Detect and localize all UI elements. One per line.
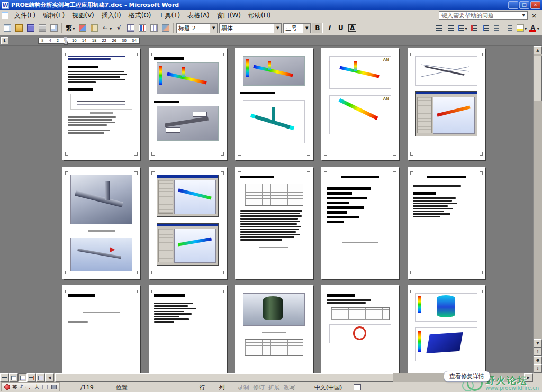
print-icon[interactable] — [37, 23, 48, 34]
page-thumbnail[interactable] — [235, 167, 313, 279]
font-combo[interactable]: 黑体 ▼ — [219, 23, 282, 33]
repair-details-tooltip[interactable]: 查看修复详情 — [444, 371, 490, 382]
scroll-right-button[interactable]: ▶ — [524, 373, 533, 382]
underline-button[interactable]: U — [335, 23, 346, 33]
close-document-button[interactable]: × — [530, 12, 538, 20]
bold-button[interactable]: B — [312, 23, 323, 33]
chevron-down-icon[interactable]: ▼ — [303, 24, 310, 33]
horizontal-ruler[interactable]: 842610141822263034 — [38, 38, 140, 44]
ime-logo-icon[interactable] — [4, 384, 10, 390]
page-thumbnail[interactable] — [235, 48, 313, 160]
line-spacing-icon[interactable]: ▼ — [457, 23, 468, 34]
menu-item[interactable]: 帮助(H) — [245, 10, 274, 21]
numbering-icon[interactable] — [469, 23, 480, 34]
print-layout-view-button[interactable] — [18, 373, 27, 382]
chevron-down-icon[interactable]: ▼ — [522, 13, 525, 17]
vertical-scrollbar[interactable]: ▲ ▼ ⇑ ● ⇓ — [533, 46, 542, 373]
ime-toggle[interactable]: 大 — [34, 384, 40, 391]
menu-item[interactable]: 表格(A) — [184, 10, 213, 21]
ime-toolbar[interactable]: 英♪·，大 — [1, 382, 60, 391]
page-thumbnail[interactable] — [149, 167, 227, 279]
menu-item[interactable]: 编辑(E) — [39, 10, 68, 21]
page-thumbnail[interactable] — [408, 285, 485, 373]
drawing-icon[interactable] — [160, 23, 171, 34]
bullets-icon[interactable] — [481, 23, 492, 34]
page-thumbnail[interactable] — [62, 48, 140, 160]
mode-flag[interactable]: 改写 — [284, 384, 295, 391]
mode-flag[interactable]: 录制 — [238, 384, 249, 391]
chevron-down-icon[interactable]: ▼ — [73, 26, 75, 30]
menu-item[interactable]: 插入(I) — [98, 10, 125, 21]
scroll-down-button[interactable]: ▼ — [534, 339, 542, 348]
mode-flag[interactable]: 扩展 — [268, 384, 280, 391]
chevron-down-icon[interactable]: ▼ — [210, 24, 217, 33]
scroll-left-button[interactable]: ◀ — [45, 373, 54, 382]
help-question-box[interactable]: 键入需要帮助的问题 ▼ — [439, 11, 528, 20]
save-icon[interactable] — [25, 23, 36, 34]
vertical-scroll-track[interactable] — [534, 54, 542, 339]
previous-page-button[interactable]: ⇑ — [534, 348, 542, 356]
ime-toggle[interactable]: ♪ — [20, 384, 23, 391]
restore-button[interactable]: □ — [519, 1, 529, 9]
menu-item[interactable]: 窗口(W) — [213, 10, 245, 21]
menu-item[interactable]: 文件(F) — [11, 10, 39, 21]
chinese-convert-icon[interactable] — [77, 23, 88, 34]
page-thumbnail[interactable]: ANAN — [321, 48, 399, 160]
horizontal-scroll-thumb[interactable] — [55, 373, 393, 382]
ime-toggle[interactable]: ·， — [25, 384, 32, 391]
insert-table-icon[interactable] — [125, 23, 136, 34]
page-thumbnail[interactable] — [62, 167, 140, 279]
page-thumbnail[interactable] — [149, 285, 227, 373]
ime-options-icon[interactable] — [51, 385, 57, 389]
page-thumbnail[interactable] — [408, 167, 485, 279]
page-thumbnail[interactable] — [235, 285, 313, 373]
reading-layout-view-button[interactable] — [36, 373, 45, 382]
style-combo[interactable]: 标题 2 ▼ — [176, 23, 218, 33]
font-color-icon[interactable]: A▼ — [528, 23, 540, 34]
decrease-indent-icon[interactable] — [492, 23, 503, 34]
minimize-button[interactable]: – — [508, 1, 518, 9]
italic-button[interactable]: I — [323, 23, 335, 33]
spelling-status-icon[interactable] — [354, 384, 361, 390]
ime-toggle[interactable]: 英 — [12, 384, 17, 391]
undo-icon[interactable]: ←▼ — [101, 23, 113, 34]
mode-flag[interactable]: 修订 — [253, 384, 265, 391]
page-thumbnail[interactable] — [321, 285, 399, 373]
close-button[interactable]: × — [530, 1, 540, 9]
character-border-button[interactable]: A — [347, 23, 358, 33]
format-painter-icon[interactable] — [89, 23, 100, 34]
page-thumbnail[interactable] — [321, 167, 399, 279]
open-icon[interactable] — [13, 23, 24, 34]
chevron-down-icon[interactable]: ▼ — [537, 26, 539, 30]
chevron-down-icon[interactable]: ▼ — [274, 24, 281, 33]
align-center-icon[interactable] — [445, 23, 456, 34]
normal-view-button[interactable] — [0, 373, 9, 382]
columns-icon[interactable] — [148, 23, 159, 34]
new-document-icon[interactable] — [2, 23, 13, 34]
next-page-button[interactable]: ⇓ — [534, 364, 542, 373]
page-thumbnail[interactable] — [149, 48, 227, 160]
align-left-icon[interactable] — [433, 23, 445, 34]
formula-icon[interactable]: √ — [113, 23, 124, 34]
menu-item[interactable]: 工具(T) — [155, 10, 184, 21]
chevron-down-icon[interactable]: ▼ — [110, 26, 112, 30]
increase-indent-icon[interactable] — [504, 23, 515, 34]
font-size-combo[interactable]: 三号 ▼ — [283, 23, 311, 33]
menu-item[interactable]: 视图(V) — [68, 10, 98, 21]
web-layout-view-button[interactable] — [9, 373, 18, 382]
page-thumbnail[interactable] — [62, 285, 140, 373]
page-thumbnail[interactable] — [408, 48, 485, 160]
tab-alignment-selector[interactable]: L — [1, 37, 8, 44]
outline-view-button[interactable] — [27, 373, 36, 382]
menu-item[interactable]: 格式(O) — [125, 10, 155, 21]
soft-keyboard-icon[interactable] — [42, 385, 49, 389]
print-preview-icon[interactable] — [48, 23, 59, 34]
vertical-scroll-thumb[interactable] — [534, 56, 542, 101]
select-browse-object-button[interactable]: ● — [534, 356, 542, 364]
scroll-up-button[interactable]: ▲ — [534, 46, 542, 54]
highlight-icon[interactable]: ▼ — [516, 23, 528, 34]
traditional-chinese-button[interactable]: 繁 ▼ — [64, 23, 77, 34]
chevron-down-icon[interactable]: ▼ — [525, 26, 527, 30]
chevron-down-icon[interactable]: ▼ — [465, 26, 467, 30]
chart-icon[interactable] — [137, 23, 148, 34]
